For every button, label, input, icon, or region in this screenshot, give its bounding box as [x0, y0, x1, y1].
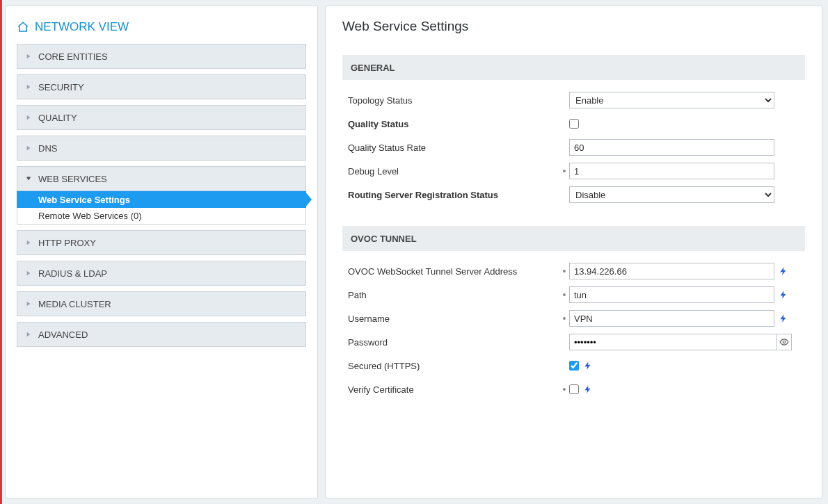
quality-status-rate-input[interactable]: [569, 139, 774, 156]
home-icon: [17, 21, 29, 33]
sidebar-item-label: SECURITY: [38, 82, 84, 92]
svg-marker-2: [27, 115, 31, 120]
page-title: Web Service Settings: [342, 19, 805, 34]
sidebar-item-label: DNS: [38, 143, 57, 154]
modified-dot-icon: •: [561, 314, 568, 323]
sidebar-item-advanced[interactable]: ADVANCED: [17, 322, 306, 347]
row-ovoc-path: Path •: [342, 284, 805, 305]
lightning-icon[interactable]: [779, 265, 788, 277]
svg-point-9: [783, 341, 786, 343]
sidebar-item-label: WEB SERVICES: [38, 174, 107, 184]
label-quality-status-rate: Quality Status Rate: [342, 143, 561, 153]
sub-item-label: Web Service Settings: [38, 195, 130, 205]
row-ovoc-password: Password •: [342, 332, 805, 352]
chevron-right-icon: [26, 115, 31, 120]
chevron-right-icon: [26, 240, 31, 245]
label-ovoc-secured: Secured (HTTPS): [342, 361, 561, 371]
label-ovoc-password: Password: [342, 337, 561, 348]
label-ovoc-username: Username: [342, 314, 561, 324]
row-debug-level: Debug Level •: [342, 161, 805, 181]
view-title: NETWORK VIEW: [17, 15, 306, 44]
sidebar-item-security[interactable]: SECURITY: [17, 74, 306, 99]
password-wrapper: [569, 334, 792, 350]
chevron-down-icon: [26, 176, 31, 181]
ovoc-secured-checkbox[interactable]: [569, 361, 579, 371]
modified-dot-icon: •: [561, 266, 568, 276]
svg-marker-3: [27, 146, 31, 150]
svg-marker-7: [27, 302, 31, 306]
svg-marker-0: [27, 54, 31, 58]
main-panel: Web Service Settings GENERAL Topology St…: [325, 6, 822, 498]
chevron-right-icon: [26, 332, 31, 337]
row-quality-status: Quality Status •: [342, 113, 805, 134]
chevron-right-icon: [26, 145, 31, 151]
chevron-right-icon: [26, 54, 31, 59]
topology-status-select[interactable]: Enable: [569, 92, 774, 108]
label-topology-status: Topology Status: [342, 95, 561, 106]
lightning-icon[interactable]: [583, 383, 593, 396]
label-ovoc-server: OVOC WebSocket Tunnel Server Address: [342, 266, 561, 277]
section-ovoc-header: OVOC TUNNEL: [342, 226, 805, 251]
svg-marker-5: [27, 241, 31, 245]
chevron-right-icon: [26, 84, 31, 90]
view-title-text: NETWORK VIEW: [35, 20, 129, 34]
svg-marker-4: [26, 177, 31, 181]
svg-marker-6: [27, 271, 31, 275]
sub-item-label: Remote Web Services (0): [38, 211, 142, 221]
sidebar-item-http-proxy[interactable]: HTTP PROXY: [17, 230, 306, 255]
subitem-web-service-settings[interactable]: Web Service Settings: [17, 191, 306, 208]
sidebar-item-quality[interactable]: QUALITY: [17, 105, 306, 130]
row-quality-status-rate: Quality Status Rate •: [342, 137, 805, 158]
sidebar-item-radius-ldap[interactable]: RADIUS & LDAP: [17, 261, 306, 286]
label-routing-reg: Routing Server Registration Status: [342, 190, 561, 200]
row-ovoc-server: OVOC WebSocket Tunnel Server Address •: [342, 261, 805, 282]
sidebar-item-label: RADIUS & LDAP: [38, 268, 107, 279]
modified-dot-icon: •: [561, 290, 568, 300]
sidebar: NETWORK VIEW CORE ENTITIES SECURITY QUAL…: [5, 6, 318, 498]
row-ovoc-secured: Secured (HTTPS) •: [342, 355, 805, 376]
lightning-icon[interactable]: [779, 288, 788, 301]
sidebar-item-label: HTTP PROXY: [38, 238, 96, 248]
sidebar-item-label: ADVANCED: [38, 330, 88, 340]
ovoc-path-input[interactable]: [569, 286, 774, 303]
row-ovoc-username: Username •: [342, 308, 805, 329]
label-debug-level: Debug Level: [342, 166, 561, 177]
chevron-right-icon: [26, 270, 31, 276]
row-topology-status: Topology Status • Enable: [342, 90, 805, 111]
eye-icon[interactable]: [776, 334, 791, 350]
sidebar-item-label: QUALITY: [38, 113, 77, 123]
modified-dot-icon: •: [561, 166, 568, 176]
ovoc-verify-checkbox[interactable]: [569, 384, 579, 394]
ovoc-server-input[interactable]: [569, 263, 774, 279]
ovoc-password-input[interactable]: [570, 334, 776, 350]
chevron-right-icon: [26, 301, 31, 307]
sidebar-item-label: MEDIA CLUSTER: [38, 299, 111, 309]
lightning-icon[interactable]: [583, 359, 593, 372]
row-ovoc-verify: Verify Certificate •: [342, 379, 805, 400]
sidebar-item-label: CORE ENTITIES: [38, 51, 108, 62]
routing-reg-select[interactable]: Disable: [569, 186, 774, 203]
section-general-header: GENERAL: [342, 55, 805, 80]
svg-marker-1: [27, 85, 31, 89]
lightning-icon[interactable]: [779, 312, 788, 325]
debug-level-input[interactable]: [569, 163, 774, 179]
svg-marker-8: [27, 332, 31, 336]
sidebar-item-web-services[interactable]: WEB SERVICES: [17, 166, 306, 191]
row-routing-reg: Routing Server Registration Status • Dis…: [342, 184, 805, 205]
label-quality-status: Quality Status: [342, 119, 561, 129]
modified-dot-icon: •: [561, 384, 568, 394]
label-ovoc-verify: Verify Certificate: [342, 384, 561, 395]
subitem-remote-web-services[interactable]: Remote Web Services (0): [17, 208, 306, 225]
ovoc-username-input[interactable]: [569, 310, 774, 327]
label-ovoc-path: Path: [342, 290, 561, 300]
quality-status-checkbox[interactable]: [569, 119, 579, 129]
sidebar-item-core-entities[interactable]: CORE ENTITIES: [17, 44, 306, 69]
sub-items-web-services: Web Service Settings Remote Web Services…: [17, 191, 306, 225]
sidebar-item-dns[interactable]: DNS: [17, 136, 306, 161]
sidebar-item-media-cluster[interactable]: MEDIA CLUSTER: [17, 291, 306, 316]
